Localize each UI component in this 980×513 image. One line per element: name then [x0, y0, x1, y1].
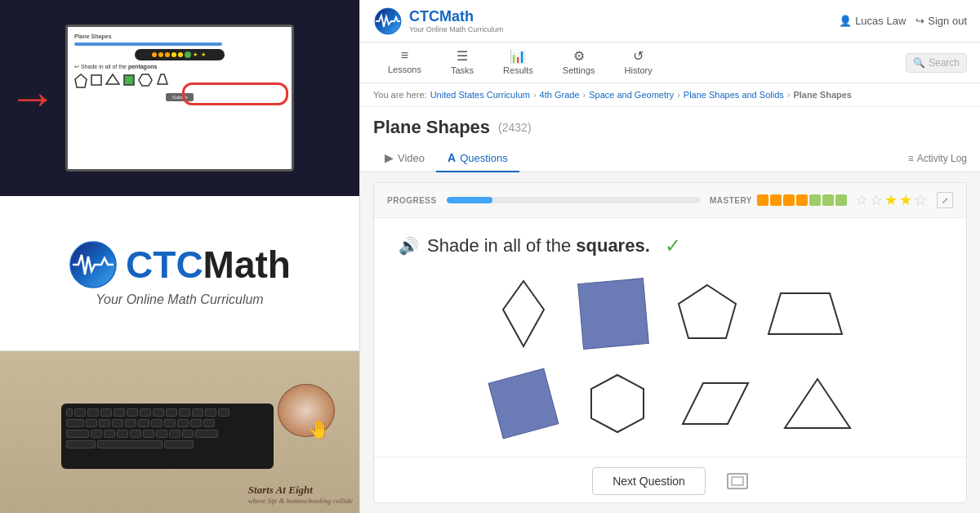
nav-items: ≡ Lessons ☰ Tasks 📊 Results ⚙ Settings ↺…	[373, 43, 906, 82]
pentagon-shape[interactable]	[675, 281, 740, 346]
questions-tab-icon: A	[448, 151, 456, 164]
mastery-dot-2	[770, 194, 782, 206]
mastery-dot-4	[796, 194, 808, 206]
mastery-stars: ☆ ☆ ★ ★ ☆	[855, 191, 927, 209]
starts-at-eight-name: Starts At Eight	[248, 484, 353, 497]
star-2: ☆	[870, 191, 883, 209]
ctcmath-logo-icon	[69, 240, 118, 289]
main-content: PROGRESS MASTERY	[360, 172, 980, 513]
shapes-grid	[399, 277, 942, 440]
progress-track	[447, 197, 700, 203]
mastery-dots	[757, 194, 847, 206]
video-tab-icon: ▶	[385, 151, 394, 164]
mastery-dot-3	[783, 194, 795, 206]
svg-marker-15	[785, 379, 850, 428]
monitor-icon[interactable]	[727, 473, 748, 489]
nav-results-label: Results	[503, 65, 533, 75]
breadcrumb-current: Plane Shapes	[793, 90, 852, 100]
star-1: ☆	[855, 191, 868, 209]
list-icon: ≡	[908, 153, 914, 164]
results-icon: 📊	[510, 48, 526, 64]
nav-tasks[interactable]: ☰ Tasks	[436, 43, 488, 82]
question-text: Shade in all of the squares.	[427, 235, 650, 256]
mastery-dot-5	[809, 194, 821, 206]
fullscreen-button[interactable]: ⤢	[937, 192, 953, 208]
nav-results[interactable]: 📊 Results	[488, 43, 548, 82]
breadcrumb-solids[interactable]: Plane Shapes and Solids	[684, 90, 784, 100]
lessons-icon: ≡	[401, 48, 408, 63]
nav-history-label: History	[625, 65, 653, 75]
mastery-dot-7	[835, 194, 847, 206]
nav-lessons-label: Lessons	[388, 65, 421, 74]
svg-marker-5	[158, 74, 167, 84]
next-question-button[interactable]: Next Question	[592, 467, 706, 495]
search-icon: 🔍	[913, 57, 925, 69]
app-logo-icon	[373, 7, 403, 36]
search-placeholder: Search	[929, 57, 960, 69]
exercise-panel: PROGRESS MASTERY	[373, 182, 967, 503]
logo-area: CTC Math Your Online Math Curriculum	[0, 196, 359, 351]
svg-marker-13	[591, 375, 644, 432]
speaker-icon[interactable]: 🔊	[399, 236, 419, 256]
parallelogram-shape[interactable]	[675, 379, 756, 428]
sign-out-icon: ↪	[915, 15, 924, 27]
activity-log-button[interactable]: ≡ Activity Log	[908, 153, 967, 164]
user-area: 👤 Lucas Law ↪ Sign out	[839, 15, 967, 27]
nav-settings[interactable]: ⚙ Settings	[548, 43, 610, 82]
kite-shape[interactable]	[495, 277, 552, 350]
screen-mockup-title: Plane Shapes	[74, 33, 285, 39]
you-are-here-label: You are here:	[373, 90, 427, 100]
exercise-main: 🔊 Shade in all of the squares. ✓	[374, 218, 966, 457]
svg-marker-2	[106, 74, 119, 84]
svg-marker-4	[139, 74, 152, 86]
app-logo: CTCMath Your Online Math Curriculum	[373, 7, 503, 36]
history-icon: ↺	[633, 48, 644, 64]
nav-lessons[interactable]: ≡ Lessons	[373, 43, 436, 82]
triangle-shape[interactable]	[781, 375, 854, 432]
breadcrumb: You are here: United States Curriculum ›…	[360, 83, 980, 107]
page-title: Plane Shapes	[373, 117, 490, 138]
user-icon: 👤	[839, 15, 852, 27]
sign-out-button[interactable]: ↪ Sign out	[915, 15, 967, 27]
user-name: 👤 Lucas Law	[839, 15, 906, 27]
app-header: CTCMath Your Online Math Curriculum 👤 Lu…	[360, 0, 980, 42]
mastery-section: MASTERY ☆ ☆ ★ ★	[710, 191, 953, 209]
search-input[interactable]: 🔍 Search	[906, 53, 967, 73]
exercise-body: 🔊 Shade in all of the squares. ✓	[374, 218, 966, 495]
star-4: ★	[899, 191, 912, 209]
left-panel: → Plane Shapes ★ ★ ↩ Shade in all of the…	[0, 0, 359, 513]
square-shape-1[interactable]	[577, 277, 650, 350]
app-logo-name: CTCMath	[409, 8, 503, 25]
screen-mockup-area: → Plane Shapes ★ ★ ↩ Shade in all of the…	[0, 0, 359, 196]
mouse-pad: 🤚	[278, 384, 335, 437]
star-5: ☆	[914, 191, 927, 209]
page-count: (2432)	[498, 121, 531, 134]
progress-label: PROGRESS	[387, 196, 437, 205]
tab-video-label: Video	[398, 152, 425, 164]
tabs-row: ▶ Video A Questions ≡ Activity Log	[360, 138, 980, 172]
svg-rect-9	[577, 279, 648, 350]
svg-rect-3	[124, 75, 134, 85]
square-shape-2[interactable]	[487, 367, 560, 440]
trapezoid-shape-1[interactable]	[764, 289, 846, 338]
app-logo-tagline: Your Online Math Curriculum	[409, 25, 503, 33]
svg-rect-16	[732, 477, 743, 485]
nav-history[interactable]: ↺ History	[610, 43, 667, 82]
page-title-area: Plane Shapes (2432)	[360, 107, 980, 138]
progress-fill	[447, 197, 492, 203]
question-bold: squares.	[576, 235, 650, 256]
star-3: ★	[884, 191, 898, 209]
svg-marker-10	[679, 285, 736, 338]
tab-video[interactable]: ▶ Video	[373, 145, 436, 172]
app-panel: CTCMath Your Online Math Curriculum 👤 Lu…	[359, 0, 980, 513]
svg-marker-8	[503, 281, 544, 346]
mastery-dot-1	[757, 194, 768, 206]
keyboard-area: 🤚 Starts At Eight where life & homeschoo…	[0, 351, 359, 513]
breadcrumb-curriculum[interactable]: United States Curriculum	[430, 90, 530, 100]
tab-questions[interactable]: A Questions	[436, 145, 519, 172]
logo-tagline: Your Online Math Curriculum	[96, 292, 263, 307]
hexagon-shape[interactable]	[585, 371, 650, 436]
breadcrumb-geometry[interactable]: Space and Geometry	[589, 90, 674, 100]
breadcrumb-grade[interactable]: 4th Grade	[540, 90, 580, 100]
svg-rect-1	[91, 75, 101, 85]
